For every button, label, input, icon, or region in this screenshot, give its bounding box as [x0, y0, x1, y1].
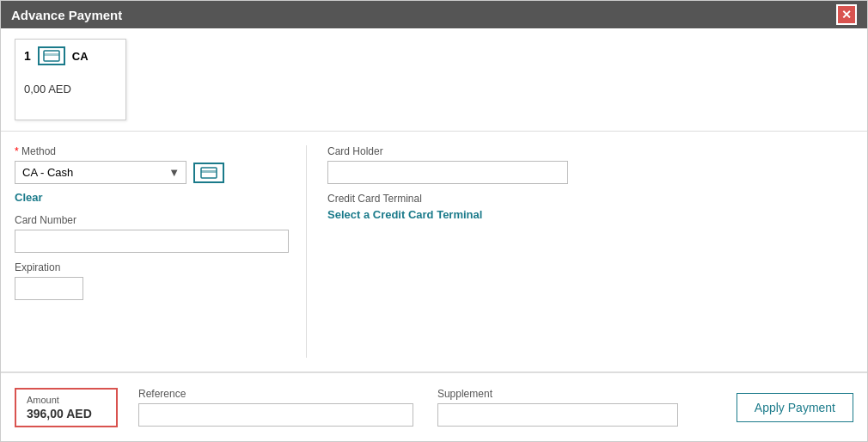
- amount-box: Amount 396,00 AED: [15, 388, 118, 427]
- payment-card-top: 1 CA: [24, 46, 89, 65]
- card-amount: 0,00 AED: [24, 83, 71, 95]
- card-number-group: Card Number: [15, 214, 289, 253]
- method-label: Method: [15, 145, 289, 157]
- form-area: Method CA - Cash Credit Card Bank Transf…: [1, 132, 867, 372]
- modal-header: Advance Payment ✕: [1, 1, 867, 28]
- svg-rect-1: [44, 53, 59, 56]
- reference-input[interactable]: [138, 403, 413, 427]
- credit-card-icon: [200, 167, 217, 179]
- card-holder-group: Card Holder: [327, 145, 853, 184]
- method-select[interactable]: CA - Cash Credit Card Bank Transfer: [15, 161, 186, 184]
- form-right: Card Holder Credit Card Terminal Select …: [307, 145, 853, 358]
- advance-payment-modal: Advance Payment ✕ 1 CA 0,00 AED: [0, 0, 868, 442]
- close-button[interactable]: ✕: [836, 4, 857, 25]
- cc-terminal-label: Credit Card Terminal: [327, 193, 853, 205]
- cc-terminal-link[interactable]: Select a Credit Card Terminal: [327, 208, 482, 221]
- supplement-label: Supplement: [437, 388, 716, 400]
- card-area: 1 CA 0,00 AED: [1, 28, 867, 132]
- method-row: CA - Cash Credit Card Bank Transfer ▼: [15, 161, 289, 184]
- supplement-input[interactable]: [437, 403, 678, 427]
- reference-field: Reference: [138, 388, 417, 427]
- modal-title: Advance Payment: [11, 8, 122, 22]
- card-number-input[interactable]: [15, 230, 289, 253]
- expiration-input[interactable]: [15, 277, 83, 300]
- bottom-bar: Amount 396,00 AED Reference Supplement A…: [1, 372, 867, 441]
- method-select-wrapper: CA - Cash Credit Card Bank Transfer ▼: [15, 161, 186, 184]
- modal-body: 1 CA 0,00 AED Method: [1, 28, 867, 441]
- card-holder-label: Card Holder: [327, 145, 853, 157]
- amount-value: 396,00 AED: [27, 407, 106, 421]
- card-label: CA: [72, 50, 89, 63]
- card-number-badge: 1: [24, 49, 31, 63]
- card-type-icon: [38, 46, 65, 65]
- reference-label: Reference: [138, 388, 417, 400]
- form-left: Method CA - Cash Credit Card Bank Transf…: [15, 145, 307, 358]
- cc-terminal-group: Credit Card Terminal Select a Credit Car…: [327, 193, 853, 221]
- expiration-label: Expiration: [15, 261, 289, 273]
- payment-card[interactable]: 1 CA 0,00 AED: [15, 39, 126, 120]
- svg-rect-3: [201, 170, 217, 173]
- clear-link[interactable]: Clear: [15, 191, 43, 204]
- card-number-label: Card Number: [15, 214, 289, 226]
- expiration-group: Expiration: [15, 261, 289, 300]
- amount-label: Amount: [27, 395, 106, 405]
- supplement-field: Supplement: [437, 388, 716, 427]
- card-holder-input[interactable]: [327, 161, 568, 184]
- apply-payment-button[interactable]: Apply Payment: [737, 393, 853, 422]
- card-icon-button[interactable]: [193, 163, 224, 183]
